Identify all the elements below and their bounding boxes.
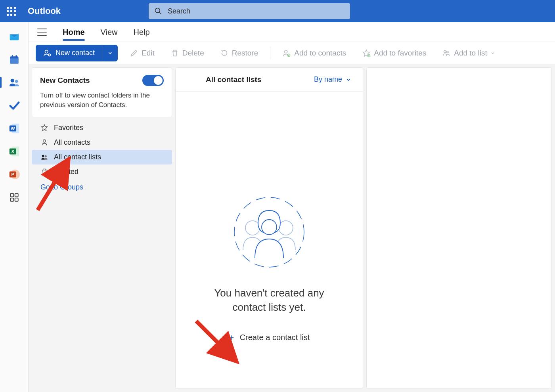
calendar-icon	[9, 54, 20, 65]
svg-rect-19	[10, 198, 13, 201]
add-to-contacts-button: Add to contacts	[278, 46, 350, 60]
search-placeholder: Search	[168, 7, 190, 15]
add-to-list-button: Add to list	[438, 46, 499, 60]
svg-rect-17	[10, 193, 13, 197]
add-to-favorites-label: Add to favorites	[374, 49, 426, 57]
new-contact-dropdown[interactable]	[102, 45, 118, 61]
people-list-icon	[442, 49, 451, 57]
empty-state-text: You haven't created any contact lists ye…	[214, 286, 324, 315]
check-icon	[8, 99, 20, 111]
new-contacts-card: New Contacts Turn off to view contact fo…	[32, 67, 172, 117]
rail-mail[interactable]	[6, 28, 23, 45]
create-contact-list-link[interactable]: + Create a contact list	[229, 332, 310, 343]
create-label: Create a contact list	[240, 333, 310, 342]
add-to-favorites-button: Add to favorites	[358, 46, 430, 60]
svg-point-0	[155, 8, 160, 13]
folder-label: All contacts	[54, 138, 90, 147]
tab-help[interactable]: Help	[134, 24, 150, 40]
trash-icon	[170, 49, 179, 57]
mail-icon	[8, 31, 20, 42]
search-icon	[154, 7, 162, 15]
left-panel: New Contacts Turn off to view contact fo…	[32, 67, 172, 389]
rail-powerpoint[interactable]: P	[6, 166, 23, 183]
folder-all-contacts[interactable]: All contacts	[32, 135, 172, 150]
rail-word[interactable]: W	[6, 120, 23, 137]
svg-rect-4	[11, 55, 13, 57]
main-area: Home View Help New contact Edit	[29, 22, 555, 392]
center-header: All contact lists By name	[176, 68, 363, 92]
chevron-down-icon	[490, 51, 495, 55]
trash-icon	[40, 168, 48, 176]
svg-point-27	[447, 51, 449, 53]
svg-text:W: W	[10, 126, 15, 131]
svg-point-28	[43, 140, 46, 142]
svg-point-23	[285, 50, 287, 53]
delete-label: Delete	[182, 49, 204, 57]
person-icon	[40, 138, 48, 146]
go-to-groups-link[interactable]: Go to Groups	[32, 179, 172, 195]
rail-todo[interactable]	[6, 97, 23, 114]
delete-button: Delete	[166, 46, 208, 60]
svg-point-6	[10, 79, 14, 82]
sort-button[interactable]: By name	[314, 75, 352, 84]
edit-icon	[130, 49, 138, 57]
sort-label: By name	[314, 75, 342, 84]
ribbon-tabs: Home View Help	[29, 22, 555, 42]
center-body: You haven't created any contact lists ye…	[176, 92, 363, 388]
folder-list: Favorites All contacts All contact lists…	[32, 120, 172, 195]
rail-excel[interactable]: X	[6, 143, 23, 160]
folder-all-contact-lists[interactable]: All contact lists	[32, 150, 172, 164]
svg-point-32	[245, 221, 260, 235]
search-input[interactable]: Search	[149, 3, 350, 19]
svg-point-26	[444, 50, 446, 52]
rail-more-apps[interactable]	[6, 189, 23, 206]
powerpoint-icon: P	[8, 168, 20, 180]
people-icon	[8, 76, 20, 88]
svg-point-33	[279, 221, 293, 235]
svg-point-30	[45, 155, 47, 157]
person-add-icon	[43, 49, 52, 57]
add-to-list-label: Add to list	[454, 49, 487, 57]
folder-favorites[interactable]: Favorites	[32, 120, 172, 135]
restore-icon	[220, 49, 229, 57]
folder-label: All contact lists	[54, 153, 101, 161]
add-to-contacts-label: Add to contacts	[294, 49, 346, 57]
chevron-down-icon	[107, 50, 113, 56]
rail-people[interactable]	[6, 74, 23, 91]
svg-text:P: P	[11, 172, 14, 177]
hamburger-icon[interactable]	[37, 29, 47, 36]
star-add-icon	[362, 49, 371, 57]
svg-line-1	[159, 12, 161, 14]
new-contacts-title: New Contacts	[40, 76, 90, 85]
svg-point-7	[15, 80, 18, 83]
word-icon: W	[8, 122, 20, 134]
people-icon	[40, 153, 48, 161]
empty-line-1: You haven't created any	[214, 286, 324, 300]
svg-rect-20	[15, 198, 18, 201]
svg-rect-18	[15, 193, 18, 197]
rail-calendar[interactable]	[6, 51, 23, 68]
right-panel	[366, 67, 552, 389]
folder-label: Favorites	[54, 124, 83, 132]
empty-line-2: contact lists yet.	[214, 300, 324, 314]
new-contact-label: New contact	[56, 49, 95, 57]
tab-home[interactable]: Home	[63, 24, 85, 40]
chevron-down-icon	[345, 76, 352, 83]
toolbar: New contact Edit Delete Restore Add to c…	[29, 42, 555, 64]
svg-point-29	[42, 155, 44, 157]
center-panel: All contact lists By name	[175, 67, 363, 389]
edit-label: Edit	[142, 49, 155, 57]
app-rail: W X P	[0, 22, 29, 392]
new-contact-button[interactable]: New contact	[36, 45, 102, 61]
folder-deleted[interactable]: Deleted	[32, 164, 172, 179]
svg-text:X: X	[11, 149, 14, 154]
app-launcher-icon[interactable]	[0, 0, 22, 22]
tab-view[interactable]: View	[101, 24, 118, 40]
edit-button: Edit	[126, 46, 159, 60]
svg-rect-3	[10, 58, 18, 63]
body: New Contacts Turn off to view contact fo…	[29, 64, 555, 392]
new-contacts-toggle[interactable]	[142, 75, 164, 86]
folder-label: Deleted	[54, 168, 78, 176]
new-contacts-desc: Turn off to view contact folders in the …	[40, 91, 164, 110]
restore-button: Restore	[216, 46, 262, 60]
